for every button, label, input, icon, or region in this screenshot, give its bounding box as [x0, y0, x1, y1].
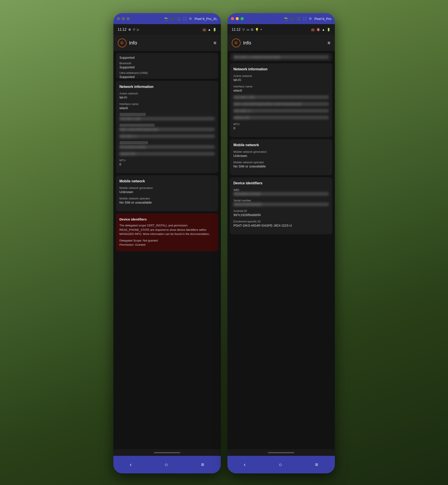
- blurred-label-2-left: [120, 124, 155, 127]
- gear-icon: ⚙: [189, 17, 192, 20]
- active-network-value-left: Wi-Fi: [120, 95, 215, 99]
- wifi-signal-icon-right: ▲: [322, 28, 325, 31]
- battery-icon: 🔋: [213, 28, 216, 31]
- partial-value-2: Supported: [120, 75, 215, 79]
- serial-right: Serial number 09261FDD4000GR: [233, 199, 329, 206]
- app-header-left: © Info ≡: [113, 35, 221, 51]
- blurred-value-2-right: fe80::1234:5678:abcd:ef01 some more blur…: [233, 102, 329, 106]
- app-menu-left[interactable]: ≡: [214, 40, 216, 46]
- app-menu-right[interactable]: ≡: [328, 40, 330, 46]
- wifi-signal-icon: ▲: [208, 28, 211, 31]
- mobile-gen-left: Mobile network generation Unknown: [120, 186, 215, 194]
- mobile-gen-value-left: Unknown: [120, 190, 215, 194]
- camera-icon-right: 📷: [284, 17, 288, 20]
- app-logo-right: ©: [232, 39, 240, 47]
- blurred-value-2-left: fe80::1234:5678:abcd:ef01: [120, 128, 215, 131]
- mobile-operator-right: Mobile network operator No SIM or unavai…: [233, 161, 329, 168]
- app-header-right: © Info ≡: [227, 35, 335, 51]
- battery-icon-right: 🔋: [327, 28, 330, 31]
- status-icons-right-right: 💼 🔇 ▲ 🔋: [311, 28, 330, 31]
- recents-button-right[interactable]: ≡: [311, 459, 323, 470]
- partial-value-1: Supported: [120, 65, 215, 69]
- serial-label-right: Serial number: [233, 199, 329, 202]
- blurred-value-1-right: 192.168.1.100: [233, 95, 329, 99]
- mobile-operator-value-left: No SIM or unavailable: [120, 201, 215, 204]
- network-section-left: Network information Active network Wi-Fi…: [116, 81, 218, 173]
- status-icons-left-right: ▽ ▭ G 💡 •: [242, 28, 262, 31]
- error-title-left: Device identifiers: [120, 217, 215, 221]
- expand-icon-right: ⛶: [303, 17, 306, 20]
- wifi-status-icon: ▽: [133, 28, 135, 31]
- recents-button-left[interactable]: ≡: [197, 459, 208, 470]
- bulb-icon-right: 💡: [255, 28, 259, 31]
- blurred-label-4-left: [120, 141, 148, 144]
- title-bar-icons-right: 📷 🎥 🎧 ⛶ ⚙: [284, 17, 312, 20]
- tablet-icon-right: ▭: [247, 28, 249, 31]
- status-bar-right: 11:12 ▽ ▭ G 💡 • 💼 🔇 ▲ 🔋: [227, 24, 335, 35]
- blurred-partial-right: 192.168.1.1 subnet blurred data: [233, 55, 329, 59]
- error-item-0-left: Delegated Scope: Not granted: [120, 239, 215, 242]
- mobile-gen-right: Mobile network generation Unknown: [233, 150, 329, 157]
- dot-maximize-right[interactable]: [240, 17, 244, 20]
- status-icons-right-left: 💼 ▲ 🔋: [202, 28, 216, 31]
- partial-item-2: Ultra-wideband (UWB) Supported: [120, 71, 215, 79]
- phone-right: 📷 🎥 🎧 ⛶ ⚙ Pixel 6_Pro 11:12 ▽ ▭ G 💡 • 💼 …: [227, 13, 335, 473]
- title-bar-left: 📷 🎥 🎧 ⛶ ⚙ Pixel 9_Pro_XL: [113, 13, 221, 24]
- mtu-left: MTU 0: [120, 159, 215, 166]
- phones-container: 📷 🎥 🎧 ⛶ ⚙ Pixel 9_Pro_XL 11:12 ⚙ ▽ ▷ 💼 ▲…: [113, 0, 335, 473]
- mtu-value-left: 0: [120, 162, 215, 166]
- dot-close[interactable]: [117, 17, 120, 20]
- nav-bar-left: ‹ ○ ≡: [113, 456, 221, 473]
- phone-left: 📷 🎥 🎧 ⛶ ⚙ Pixel 9_Pro_XL 11:12 ⚙ ▽ ▷ 💼 ▲…: [113, 13, 221, 473]
- video-icon-right: 🎥: [291, 17, 294, 20]
- home-bar-right: [268, 452, 294, 453]
- network-title-left: Network information: [120, 85, 215, 89]
- dot-minimize[interactable]: [122, 17, 125, 20]
- dot-maximize[interactable]: [127, 17, 130, 20]
- android-id-right: Android ID 997c1926f9a9d0f4: [233, 209, 329, 217]
- mobile-gen-value-right: Unknown: [233, 154, 329, 157]
- mobile-title-left: Mobile network: [120, 179, 215, 183]
- dot-close-right[interactable]: [231, 17, 234, 20]
- blurred-item-1-left: 192.168.1.100: [120, 113, 215, 121]
- back-button-left[interactable]: ‹: [125, 459, 136, 470]
- home-button-right[interactable]: ○: [274, 459, 286, 470]
- back-button-right[interactable]: ‹: [240, 459, 250, 470]
- active-network-label-left: Active network: [120, 92, 215, 95]
- headphone-icon-right: 🎧: [297, 17, 301, 20]
- android-id-label-right: Android ID: [233, 209, 329, 213]
- blurred-item-3-left: 192.168.1.1: [120, 134, 215, 138]
- mute-icon-right: 🔇: [316, 28, 320, 31]
- device-name-right: Pixel 6_Pro: [314, 17, 331, 21]
- serial-value-right: 09261FDD4000GR: [233, 203, 329, 206]
- partial-label-2: Ultra-wideband (UWB): [120, 71, 215, 75]
- mtu-label-left: MTU: [120, 159, 215, 162]
- enrolment-id-label-right: Enrolment-specific ID: [233, 220, 329, 223]
- partial-label-1: Bluetooth: [120, 62, 215, 65]
- active-network-right: Active network Wi-Fi: [233, 74, 329, 82]
- mobile-section-right: Mobile network Mobile network generation…: [230, 139, 332, 175]
- interface-name-left: Interface name wlan0: [120, 102, 215, 110]
- dot-minimize-right[interactable]: [236, 17, 239, 20]
- mtu-right: MTU 0: [233, 123, 329, 130]
- active-network-left: Active network Wi-Fi: [120, 92, 215, 99]
- wifi-icon-right: ▽: [242, 28, 245, 31]
- status-time-left: 11:12: [118, 28, 127, 31]
- home-bar-left: [154, 452, 180, 453]
- window-controls-left: [117, 17, 130, 20]
- nav-bar-right: ‹ ○ ≡: [227, 456, 335, 473]
- blurred-value-3-left: 192.168.1.1: [120, 134, 215, 138]
- interface-name-right: Interface name wlan0: [233, 85, 329, 92]
- blurred-item-2-left: fe80::1234:5678:abcd:ef01: [120, 124, 215, 131]
- content-left: Supported Bluetooth Supported Ultra-wide…: [113, 51, 221, 449]
- blurred-item-2-right: fe80::1234:5678:abcd:ef01 some more blur…: [233, 102, 329, 106]
- active-network-value-right: Wi-Fi: [233, 78, 329, 82]
- enrolment-id-right: Enrolment-specific ID PD4T-2IKG-MS4R-DAS…: [233, 220, 329, 227]
- partial-item-0: Supported: [120, 56, 215, 59]
- title-bar-icons-left: 📷 🎥 🎧 ⛶ ⚙: [164, 17, 192, 20]
- home-button-left[interactable]: ○: [160, 459, 172, 470]
- mobile-section-left: Mobile network Mobile network generation…: [116, 175, 218, 211]
- gear-icon-right: ⚙: [309, 17, 312, 20]
- content-right: 192.168.1.1 subnet blurred data Network …: [227, 51, 335, 449]
- blurred-item-4-right: subnet info: [233, 116, 329, 119]
